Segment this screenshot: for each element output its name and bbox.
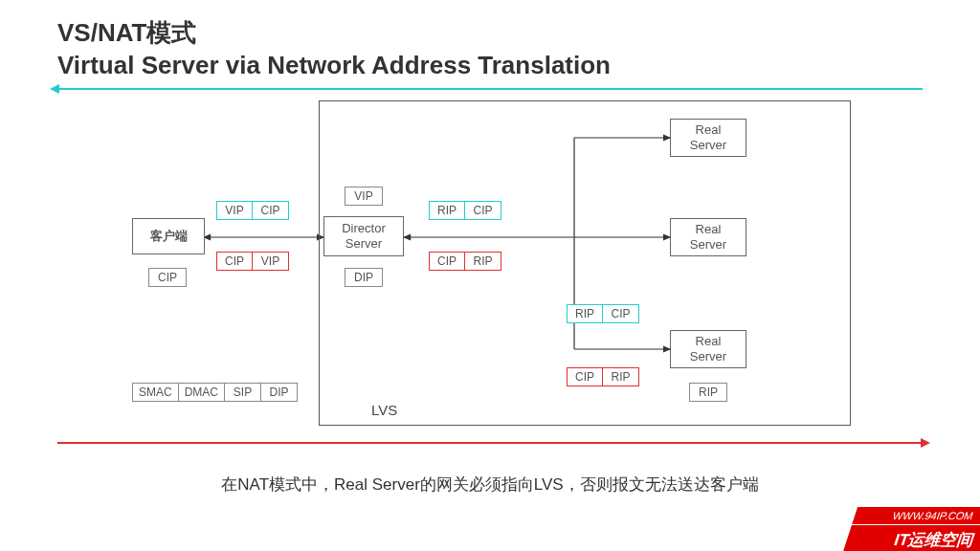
cip-rip-pair-red: CIP RIP (429, 252, 501, 271)
director-label: Director Server (342, 221, 386, 251)
cip-tag-r: CIP (216, 252, 253, 271)
cip-tag: CIP (253, 201, 289, 220)
client-label: 客户端 (150, 229, 188, 244)
dip-tag: DIP (261, 383, 298, 402)
title-line2: Virtual Server via Network Address Trans… (57, 51, 611, 79)
client-box: 客户端 (132, 218, 205, 254)
vip-tag-director: VIP (345, 187, 383, 206)
vip-cip-pair-cyan: VIP CIP (216, 201, 289, 220)
cip-tag2: CIP (465, 201, 501, 220)
watermark-url: WWW.94IP.COM (852, 507, 980, 524)
lvs-label: LVS (371, 402, 397, 418)
cip-rip-pair-rs3-red: CIP RIP (567, 367, 639, 386)
sip-tag: SIP (225, 383, 261, 402)
real-server-2: Real Server (670, 218, 746, 256)
cip-tag-client: CIP (148, 268, 187, 287)
vip-tag-r: VIP (253, 252, 289, 271)
bottom-red-arrow (57, 442, 923, 444)
smac-tag: SMAC (132, 383, 179, 402)
rip-cip-pair-rs3-cyan: RIP CIP (567, 304, 639, 323)
rip-tag: RIP (429, 201, 465, 220)
real-server-3: Real Server (670, 330, 746, 368)
vip-tag: VIP (216, 201, 253, 220)
caption-text: 在NAT模式中，Real Server的网关必须指向LVS，否则报文无法送达客户… (0, 474, 980, 496)
rs3-label: Real Server (690, 334, 726, 364)
rip-cip-pair-cyan: RIP CIP (429, 201, 501, 220)
watermark-corner: WWW.94IP.COM IT运维空间 (840, 507, 980, 551)
watermark-brand: IT运维空间 (840, 525, 980, 551)
diagram-title: VS/NAT模式 Virtual Server via Network Addr… (57, 17, 611, 82)
cip-tag-r2: CIP (429, 252, 465, 271)
rip-tag-r2: RIP (465, 252, 501, 271)
cip-tag-r3: CIP (567, 367, 603, 386)
director-box: Director Server (323, 216, 404, 256)
rip-tag-rs3: RIP (689, 383, 727, 402)
rs1-label: Real Server (690, 122, 726, 152)
cip-tag3: CIP (603, 304, 639, 323)
real-server-1: Real Server (670, 119, 746, 157)
cip-vip-pair-red: CIP VIP (216, 252, 289, 271)
rs2-label: Real Server (690, 222, 726, 252)
dmac-tag: DMAC (179, 383, 225, 402)
rip-tag3: RIP (567, 304, 603, 323)
rip-tag-r3: RIP (603, 367, 639, 386)
legend-row: SMAC DMAC SIP DIP (132, 383, 298, 402)
top-cyan-arrow (57, 88, 923, 90)
dip-tag-director: DIP (345, 268, 383, 287)
title-line1: VS/NAT模式 (57, 18, 196, 47)
diagram-canvas: LVS 客户端 CIP Director Server VIP DIP VIP … (57, 96, 923, 430)
